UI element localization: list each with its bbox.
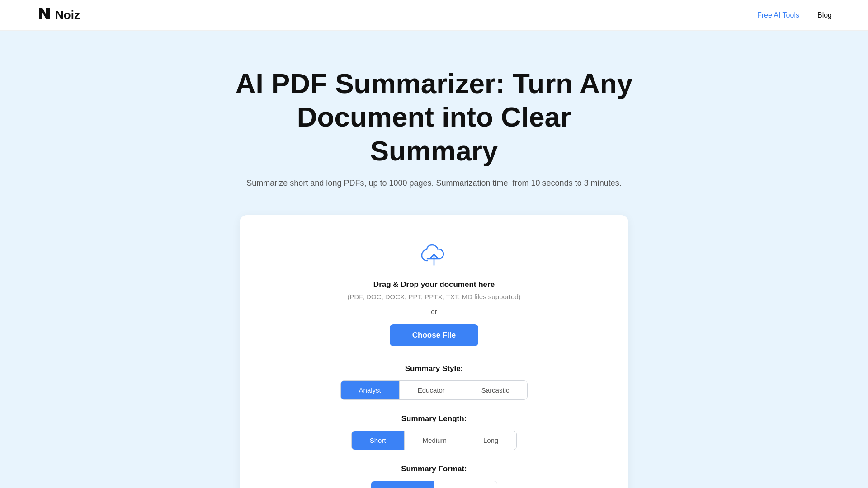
file-types-text: (PDF, DOC, DOCX, PPT, PPTX, TXT, MD file…	[347, 293, 520, 300]
format-paragraphs-button[interactable]: Paragraphs	[434, 481, 497, 488]
logo-icon	[36, 5, 52, 25]
nav-free-ai-tools[interactable]: Free AI Tools	[757, 11, 799, 19]
logo-text: Noiz	[55, 8, 80, 22]
style-sarcastic-button[interactable]: Sarcastic	[463, 381, 528, 399]
summary-length-label: Summary Length:	[401, 414, 467, 423]
summary-style-group: Analyst Educator Sarcastic	[340, 380, 528, 400]
style-analyst-button[interactable]: Analyst	[341, 381, 400, 399]
logo[interactable]: Noiz	[36, 5, 80, 25]
hero-title: AI PDF Summarizer: Turn Any Document int…	[231, 67, 637, 168]
upload-icon	[420, 242, 448, 271]
nav-blog[interactable]: Blog	[817, 11, 832, 19]
length-long-button[interactable]: Long	[465, 431, 516, 450]
drag-drop-text: Drag & Drop your document here	[373, 280, 495, 289]
summary-format-group: Bullets Paragraphs	[371, 481, 497, 488]
upload-card: Drag & Drop your document here (PDF, DOC…	[240, 215, 628, 488]
main-nav: Free AI Tools Blog	[757, 11, 832, 19]
summary-format-section: Summary Format: Bullets Paragraphs	[276, 465, 592, 488]
drop-area[interactable]: Drag & Drop your document here (PDF, DOC…	[276, 242, 592, 364]
format-bullets-button[interactable]: Bullets	[371, 481, 434, 488]
header: Noiz Free AI Tools Blog	[0, 0, 868, 31]
choose-file-button[interactable]: Choose File	[390, 324, 478, 346]
summary-format-label: Summary Format:	[401, 465, 467, 474]
main-content: AI PDF Summarizer: Turn Any Document int…	[0, 31, 868, 488]
summary-style-label: Summary Style:	[405, 364, 463, 373]
summary-length-group: Short Medium Long	[351, 431, 517, 450]
or-text: or	[431, 308, 437, 315]
hero-subtitle: Summarize short and long PDFs, up to 100…	[246, 178, 621, 188]
length-short-button[interactable]: Short	[352, 431, 405, 450]
style-educator-button[interactable]: Educator	[400, 381, 463, 399]
length-medium-button[interactable]: Medium	[405, 431, 465, 450]
